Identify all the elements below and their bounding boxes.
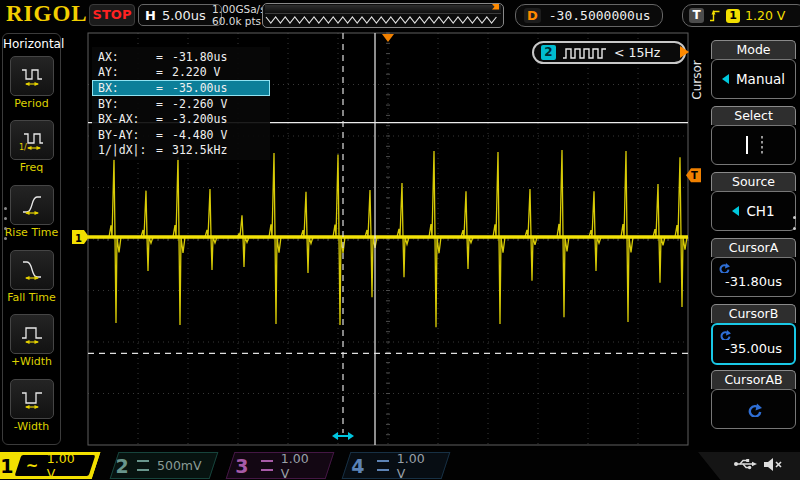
sample-rate: 1.00GSa/s xyxy=(212,3,266,15)
h-label: H xyxy=(145,8,156,23)
trigger-level-value: 1.20 V xyxy=(745,8,785,23)
chevron-left-icon xyxy=(732,206,739,216)
dc-coupling-icon xyxy=(377,460,389,471)
dc-coupling-icon xyxy=(137,460,149,471)
cursor-ab-button[interactable] xyxy=(711,389,796,429)
menu-header-cursor-a: CursorA xyxy=(711,238,796,257)
cursor-b-button[interactable]: -35.00us xyxy=(711,323,796,365)
readout-row-bxax: BX-AX:=-3.200us xyxy=(92,111,270,127)
channel-status-bar: 1 ~ 1.00 V 2 500mV 3 1.00 V 4 1.00 V xyxy=(0,450,800,480)
sidebar-item-neg-width[interactable]: -Width xyxy=(3,379,60,433)
top-status-bar: RIGOL STOP H 5.00us 1.00GSa/s 60.0k pts … xyxy=(0,0,800,30)
delay-label: D xyxy=(524,8,541,23)
mode-button[interactable]: Manual xyxy=(711,59,796,99)
memory-waveform-preview xyxy=(264,5,500,26)
rotate-knob-icon xyxy=(717,261,731,273)
menu-group-select: Select xyxy=(711,106,796,165)
badge-expand-arrow-icon xyxy=(680,46,689,58)
channel-1-tab[interactable]: 1 ~ 1.00 V xyxy=(0,452,100,479)
trigger-box[interactable]: T 1 1.20 V xyxy=(682,4,800,27)
channel-2-tab[interactable]: 2 500mV xyxy=(110,452,219,479)
chevron-left-icon xyxy=(722,74,729,84)
memory-position-strip[interactable] xyxy=(262,3,504,28)
horizontal-measure-sidebar: Horizontal Period 1/ Freq Rise Time Fall… xyxy=(2,33,61,445)
cursor-a-button[interactable]: -31.80us xyxy=(711,257,796,297)
freq-counter-value: < 15Hz xyxy=(614,45,660,60)
menu-header-cursor-b: CursorB xyxy=(711,304,796,323)
sidebar-item-fall-time[interactable]: Fall Time xyxy=(3,250,60,304)
trigger-label: T xyxy=(689,8,704,23)
rotate-knob-icon xyxy=(718,328,732,340)
menu-group-cursor-b: CursorB -35.00us xyxy=(711,304,796,365)
neg-width-icon xyxy=(19,387,45,411)
rigol-logo: RIGOL xyxy=(6,1,88,27)
sidebar-item-rise-time[interactable]: Rise Time xyxy=(3,185,60,239)
memory-depth: 60.0k pts xyxy=(212,15,266,27)
svg-text:1/: 1/ xyxy=(19,143,27,152)
readout-row-byay: BY-AY:=-4.480 V xyxy=(92,127,270,143)
trigger-position-marker xyxy=(382,34,394,42)
menu-page-indicator xyxy=(793,208,796,238)
select-cursor-button[interactable] xyxy=(711,125,796,165)
readout-row-ay: AY:=2.220 V xyxy=(92,65,270,81)
readout-row-bx: BX:=-35.00us xyxy=(92,80,270,96)
delay-value: -30.5000000us xyxy=(549,8,651,23)
menu-group-mode: Mode Manual xyxy=(711,40,796,99)
rising-edge-icon xyxy=(709,8,721,23)
fall-time-icon xyxy=(19,258,45,282)
cursor-select-icon xyxy=(737,134,771,156)
trigger-source-badge: 1 xyxy=(726,9,740,23)
channel-1-scale: 1.00 V xyxy=(47,451,84,480)
menu-header-source: Source xyxy=(711,172,796,191)
menu-group-cursor-ab: CursorAB xyxy=(711,370,796,429)
dc-coupling-icon xyxy=(261,460,273,471)
sidebar-item-pos-width[interactable]: +Width xyxy=(3,314,60,368)
timebase-value: 5.00us xyxy=(162,8,206,23)
channel-2-scale: 500mV xyxy=(157,458,202,473)
channel-3-tab[interactable]: 3 1.00 V xyxy=(226,452,335,479)
channel-4-tab[interactable]: 4 1.00 V xyxy=(342,452,451,479)
pulse-train-icon xyxy=(562,45,608,61)
source-button[interactable]: CH1 xyxy=(711,191,796,231)
period-icon xyxy=(19,64,45,88)
delay-box[interactable]: D -30.5000000us xyxy=(515,4,663,27)
usb-icon xyxy=(733,456,757,472)
menu-header-mode: Mode xyxy=(711,40,796,59)
sidebar-scroll-indicator xyxy=(4,200,7,247)
svg-text:1: 1 xyxy=(75,233,82,244)
trigger-position-flag-icon xyxy=(490,3,502,16)
menu-header-cursor-ab: CursorAB xyxy=(711,370,796,389)
cursor-readout-panel: AX:=-31.80us AY:=2.220 V BX:=-35.00us BY… xyxy=(92,47,270,160)
freq-counter-badge: 2 < 15Hz xyxy=(532,41,686,64)
channel-4-scale: 1.00 V xyxy=(397,451,434,480)
readout-row-ax: AX:=-31.80us xyxy=(92,49,270,65)
menu-group-source: Source CH1 xyxy=(711,172,796,231)
freq-icon: 1/ xyxy=(19,128,45,152)
svg-text:T: T xyxy=(691,170,698,181)
sidebar-item-period[interactable]: Period xyxy=(3,56,60,110)
rise-time-icon xyxy=(19,193,45,217)
speaker-muted-icon xyxy=(762,456,784,473)
readout-row-by: BY:=-2.260 V xyxy=(92,96,270,112)
freq-counter-channel: 2 xyxy=(541,45,556,60)
menu-group-cursor-a: CursorA -31.80us xyxy=(711,238,796,297)
readout-row-freq: 1/|dX|:=312.5kHz xyxy=(92,143,270,159)
sidebar-item-freq[interactable]: 1/ Freq xyxy=(3,120,60,174)
sidebar-title: Horizontal xyxy=(3,37,60,51)
run-state-indicator: STOP xyxy=(89,4,135,26)
sample-rate-block: 1.00GSa/s 60.0k pts xyxy=(212,3,266,27)
rotate-knob-icon xyxy=(745,401,763,417)
horizontal-timebase-box[interactable]: H 5.00us xyxy=(138,4,222,26)
menu-tab-cursor[interactable]: Cursor xyxy=(690,50,706,110)
channel-3-scale: 1.00 V xyxy=(281,451,318,480)
pos-width-icon xyxy=(19,322,45,346)
ac-coupling-icon: ~ xyxy=(26,461,39,471)
menu-header-select: Select xyxy=(711,106,796,125)
